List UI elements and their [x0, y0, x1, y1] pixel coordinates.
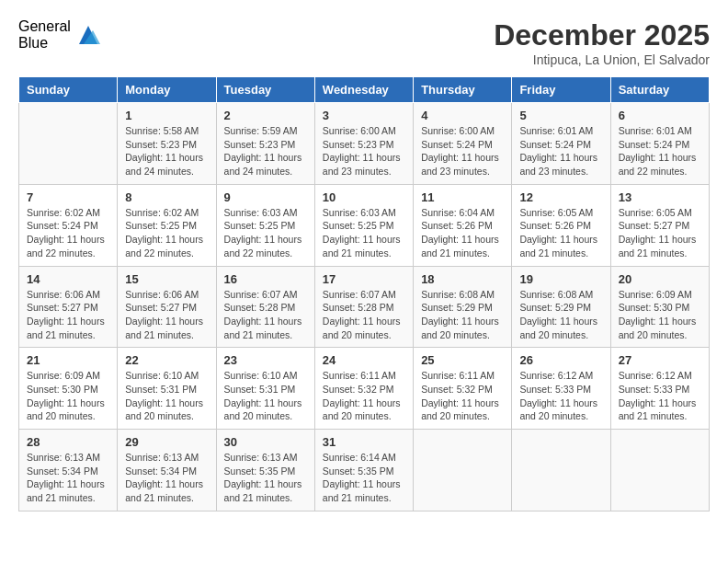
calendar-cell: 3Sunrise: 6:00 AMSunset: 5:23 PMDaylight…: [314, 103, 413, 185]
calendar-cell: [512, 430, 610, 511]
day-number: 6: [619, 109, 701, 122]
calendar-cell: 8Sunrise: 6:02 AMSunset: 5:25 PMDaylight…: [118, 184, 216, 266]
calendar-cell: 23Sunrise: 6:10 AMSunset: 5:31 PMDayligh…: [216, 348, 314, 430]
day-info: Sunrise: 6:05 AMSunset: 5:27 PMDaylight:…: [619, 206, 701, 260]
day-number: 16: [224, 272, 307, 286]
calendar-cell: 18Sunrise: 6:08 AMSunset: 5:29 PMDayligh…: [414, 266, 512, 348]
calendar-cell: 7Sunrise: 6:02 AMSunset: 5:24 PMDaylight…: [19, 184, 118, 266]
column-header-friday: Friday: [512, 77, 610, 103]
logo-blue: Blue: [18, 35, 71, 52]
day-info: Sunrise: 6:02 AMSunset: 5:25 PMDaylight:…: [125, 206, 208, 260]
calendar-cell: 24Sunrise: 6:11 AMSunset: 5:32 PMDayligh…: [314, 348, 413, 430]
calendar-cell: [414, 430, 512, 511]
day-info: Sunrise: 6:13 AMSunset: 5:34 PMDaylight:…: [27, 451, 109, 505]
calendar-cell: 27Sunrise: 6:12 AMSunset: 5:33 PMDayligh…: [610, 348, 709, 430]
day-info: Sunrise: 5:58 AMSunset: 5:23 PMDaylight:…: [125, 124, 208, 178]
day-info: Sunrise: 6:07 AMSunset: 5:28 PMDaylight:…: [323, 288, 405, 342]
calendar-cell: 30Sunrise: 6:13 AMSunset: 5:35 PMDayligh…: [216, 430, 314, 511]
month-title: December 2025: [494, 18, 710, 52]
day-info: Sunrise: 6:03 AMSunset: 5:25 PMDaylight:…: [323, 206, 405, 260]
location-subtitle: Intipuca, La Union, El Salvador: [494, 52, 710, 67]
day-number: 22: [125, 353, 208, 367]
calendar-cell: 22Sunrise: 6:10 AMSunset: 5:31 PMDayligh…: [118, 348, 216, 430]
column-header-saturday: Saturday: [610, 77, 709, 103]
day-number: 10: [323, 190, 405, 204]
calendar-cell: 5Sunrise: 6:01 AMSunset: 5:24 PMDaylight…: [512, 103, 610, 185]
day-info: Sunrise: 6:03 AMSunset: 5:25 PMDaylight:…: [224, 206, 307, 260]
day-number: 24: [323, 353, 405, 367]
day-number: 1: [125, 109, 208, 122]
day-info: Sunrise: 6:04 AMSunset: 5:26 PMDaylight:…: [421, 206, 504, 260]
day-info: Sunrise: 6:00 AMSunset: 5:24 PMDaylight:…: [421, 124, 504, 178]
calendar-cell: 31Sunrise: 6:14 AMSunset: 5:35 PMDayligh…: [314, 430, 413, 511]
day-info: Sunrise: 6:14 AMSunset: 5:35 PMDaylight:…: [323, 451, 405, 505]
calendar-week-row: 14Sunrise: 6:06 AMSunset: 5:27 PMDayligh…: [19, 266, 710, 348]
day-number: 19: [519, 272, 602, 286]
day-number: 3: [323, 109, 405, 122]
day-number: 30: [224, 435, 307, 449]
day-info: Sunrise: 6:12 AMSunset: 5:33 PMDaylight:…: [619, 369, 701, 423]
calendar-cell: 2Sunrise: 5:59 AMSunset: 5:23 PMDaylight…: [216, 103, 314, 185]
calendar-cell: 10Sunrise: 6:03 AMSunset: 5:25 PMDayligh…: [314, 184, 413, 266]
column-header-wednesday: Wednesday: [314, 77, 413, 103]
day-info: Sunrise: 6:08 AMSunset: 5:29 PMDaylight:…: [421, 288, 504, 342]
day-info: Sunrise: 6:13 AMSunset: 5:34 PMDaylight:…: [125, 451, 208, 505]
calendar-header-row: SundayMondayTuesdayWednesdayThursdayFrid…: [19, 77, 710, 103]
day-number: 27: [619, 353, 701, 367]
calendar-cell: 19Sunrise: 6:08 AMSunset: 5:29 PMDayligh…: [512, 266, 610, 348]
day-info: Sunrise: 6:01 AMSunset: 5:24 PMDaylight:…: [619, 124, 701, 178]
day-number: 31: [323, 435, 405, 449]
calendar-week-row: 28Sunrise: 6:13 AMSunset: 5:34 PMDayligh…: [19, 430, 710, 511]
calendar-cell: 16Sunrise: 6:07 AMSunset: 5:28 PMDayligh…: [216, 266, 314, 348]
calendar-cell: 26Sunrise: 6:12 AMSunset: 5:33 PMDayligh…: [512, 348, 610, 430]
day-info: Sunrise: 6:10 AMSunset: 5:31 PMDaylight:…: [125, 369, 208, 423]
day-number: 21: [27, 353, 109, 367]
calendar-cell: [19, 103, 118, 185]
day-info: Sunrise: 6:01 AMSunset: 5:24 PMDaylight:…: [519, 124, 602, 178]
day-info: Sunrise: 6:13 AMSunset: 5:35 PMDaylight:…: [224, 451, 307, 505]
calendar-table: SundayMondayTuesdayWednesdayThursdayFrid…: [18, 76, 710, 511]
calendar-cell: 1Sunrise: 5:58 AMSunset: 5:23 PMDaylight…: [118, 103, 216, 185]
day-number: 13: [619, 190, 701, 204]
calendar-cell: 29Sunrise: 6:13 AMSunset: 5:34 PMDayligh…: [118, 430, 216, 511]
day-info: Sunrise: 6:12 AMSunset: 5:33 PMDaylight:…: [519, 369, 602, 423]
day-number: 15: [125, 272, 208, 286]
day-number: 17: [323, 272, 405, 286]
logo: General Blue: [18, 18, 102, 51]
calendar-cell: 13Sunrise: 6:05 AMSunset: 5:27 PMDayligh…: [610, 184, 709, 266]
day-info: Sunrise: 6:10 AMSunset: 5:31 PMDaylight:…: [224, 369, 307, 423]
day-number: 4: [421, 109, 504, 122]
day-number: 28: [27, 435, 109, 449]
day-info: Sunrise: 6:00 AMSunset: 5:23 PMDaylight:…: [323, 124, 405, 178]
calendar-cell: 15Sunrise: 6:06 AMSunset: 5:27 PMDayligh…: [118, 266, 216, 348]
day-info: Sunrise: 6:11 AMSunset: 5:32 PMDaylight:…: [323, 369, 405, 423]
day-number: 26: [519, 353, 602, 367]
day-number: 12: [519, 190, 602, 204]
calendar-week-row: 21Sunrise: 6:09 AMSunset: 5:30 PMDayligh…: [19, 348, 710, 430]
day-info: Sunrise: 6:02 AMSunset: 5:24 PMDaylight:…: [27, 206, 109, 260]
calendar-cell: 17Sunrise: 6:07 AMSunset: 5:28 PMDayligh…: [314, 266, 413, 348]
calendar-cell: 28Sunrise: 6:13 AMSunset: 5:34 PMDayligh…: [19, 430, 118, 511]
day-number: 18: [421, 272, 504, 286]
calendar-cell: 21Sunrise: 6:09 AMSunset: 5:30 PMDayligh…: [19, 348, 118, 430]
day-info: Sunrise: 6:09 AMSunset: 5:30 PMDaylight:…: [27, 369, 109, 423]
page-header: General Blue December 2025 Intipuca, La …: [18, 18, 710, 67]
day-number: 11: [421, 190, 504, 204]
day-number: 5: [519, 109, 602, 122]
calendar-cell: 9Sunrise: 6:03 AMSunset: 5:25 PMDaylight…: [216, 184, 314, 266]
calendar-cell: 4Sunrise: 6:00 AMSunset: 5:24 PMDaylight…: [414, 103, 512, 185]
column-header-monday: Monday: [118, 77, 216, 103]
day-number: 7: [27, 190, 109, 204]
calendar-week-row: 7Sunrise: 6:02 AMSunset: 5:24 PMDaylight…: [19, 184, 710, 266]
day-number: 20: [619, 272, 701, 286]
calendar-cell: 14Sunrise: 6:06 AMSunset: 5:27 PMDayligh…: [19, 266, 118, 348]
title-section: December 2025 Intipuca, La Union, El Sal…: [494, 18, 710, 67]
column-header-tuesday: Tuesday: [216, 77, 314, 103]
day-info: Sunrise: 6:05 AMSunset: 5:26 PMDaylight:…: [519, 206, 602, 260]
calendar-cell: 6Sunrise: 6:01 AMSunset: 5:24 PMDaylight…: [610, 103, 709, 185]
day-number: 9: [224, 190, 307, 204]
calendar-cell: [610, 430, 709, 511]
day-info: Sunrise: 6:08 AMSunset: 5:29 PMDaylight:…: [519, 288, 602, 342]
calendar-cell: 25Sunrise: 6:11 AMSunset: 5:32 PMDayligh…: [414, 348, 512, 430]
day-number: 25: [421, 353, 504, 367]
